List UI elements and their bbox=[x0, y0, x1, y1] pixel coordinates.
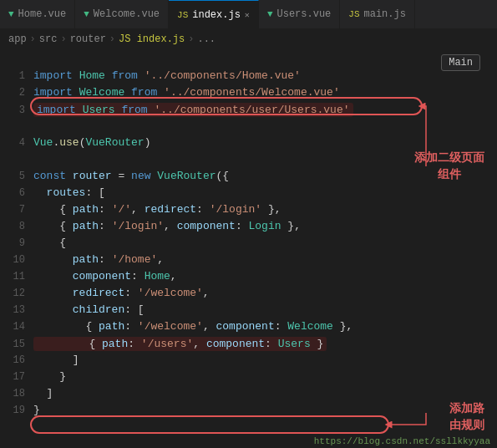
tab-users-vue[interactable]: ▼ Users.vue bbox=[259, 0, 340, 29]
breadcrumb: app › src › router › JS index.js › ... bbox=[0, 29, 497, 49]
code-line: 5 const router = new VueRouter({ bbox=[0, 170, 497, 186]
vue-icon: ▼ bbox=[267, 9, 273, 19]
code-line: 11 component: Home, bbox=[0, 270, 497, 287]
footer-url: https://blog.csdn.net/ssllkkyyaa bbox=[314, 436, 490, 446]
code-line: 14 { path: '/welcome', component: Welcom… bbox=[0, 320, 497, 337]
tab-label: index.js bbox=[192, 9, 241, 21]
tab-index-js[interactable]: JS index.js ✕ bbox=[169, 0, 259, 29]
code-line bbox=[0, 153, 497, 170]
tab-label: main.js bbox=[364, 8, 406, 20]
tab-welcome-vue[interactable]: ▼ Welcome.vue bbox=[75, 0, 169, 29]
js-icon: JS bbox=[177, 10, 188, 20]
code-area: Main 1 import Home from '../components/H… bbox=[0, 49, 497, 448]
tab-bar: ▼ Home.vue ▼ Welcome.vue JS index.js ✕ ▼… bbox=[0, 0, 497, 29]
code-line: 7 { path: '/', redirect: '/login' }, bbox=[0, 203, 497, 220]
code-line: 13 children: [ bbox=[0, 303, 497, 320]
tab-home-vue[interactable]: ▼ Home.vue bbox=[0, 0, 75, 29]
vue-icon: ▼ bbox=[84, 9, 89, 19]
code-line: 9 { bbox=[0, 237, 497, 253]
tab-main-js[interactable]: JS main.js bbox=[340, 0, 415, 29]
code-line: 19 } bbox=[0, 404, 497, 420]
code-line: 17 } bbox=[0, 370, 497, 387]
js-icon: JS bbox=[348, 9, 359, 19]
code-line: 8 { path: '/login', component: Login }, bbox=[0, 220, 497, 237]
code-line: 16 ] bbox=[0, 354, 497, 370]
code-line: 2 import Welcome from '../components/Wel… bbox=[0, 86, 497, 103]
code-line bbox=[0, 53, 497, 69]
code-line: 12 redirect: '/welcome', bbox=[0, 287, 497, 303]
code-line: 6 routes: [ bbox=[0, 186, 497, 203]
code-line: 18 ] bbox=[0, 387, 497, 404]
tab-label: Users.vue bbox=[277, 8, 332, 20]
code-line-users-route: 15 { path: '/users', component: Users } bbox=[0, 337, 497, 354]
tab-label: Welcome.vue bbox=[94, 8, 160, 20]
code-line: 10 path: '/home', bbox=[0, 253, 497, 270]
code-line-import-users: 3 import Users from '../components/user/… bbox=[0, 103, 497, 120]
code-line: 4 Vue.use(VueRouter) bbox=[0, 136, 497, 153]
tab-label: Home.vue bbox=[18, 8, 67, 20]
code-line bbox=[0, 120, 497, 136]
close-icon[interactable]: ✕ bbox=[245, 10, 250, 20]
vue-icon: ▼ bbox=[8, 9, 14, 19]
code-line: 1 import Home from '../components/Home.v… bbox=[0, 69, 497, 86]
